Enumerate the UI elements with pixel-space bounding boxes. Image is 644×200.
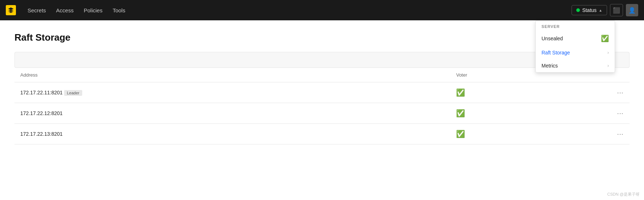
user-avatar[interactable]: 👤 xyxy=(626,4,638,16)
dropdown-raft-storage[interactable]: Raft Storage › xyxy=(536,46,615,59)
status-button[interactable]: Status ▲ xyxy=(572,5,607,15)
dropdown-section-label: SERVER xyxy=(536,21,615,31)
raft-storage-chevron-icon: › xyxy=(607,50,609,55)
unsealed-check-icon: ✅ xyxy=(601,34,609,42)
status-dropdown: SERVER Unsealed ✅ Raft Storage › Metrics… xyxy=(535,20,615,73)
raft-table: Address Voter 172.17.22.11:8201 Leader ✅… xyxy=(14,68,630,144)
table-row: 172.17.22.13:8201 ✅ ··· xyxy=(14,124,630,144)
footer-watermark: CSDN @是果子呀 xyxy=(607,192,640,197)
row-actions-button[interactable]: ··· xyxy=(523,82,630,103)
voter-cell: ✅ xyxy=(450,103,523,124)
address-cell: 172.17.22.12:8201 xyxy=(14,103,450,124)
row-actions-button[interactable]: ··· xyxy=(523,124,630,144)
nav-secrets[interactable]: Secrets xyxy=(23,5,50,16)
row-actions-button[interactable]: ··· xyxy=(523,103,630,124)
status-label: Status xyxy=(582,7,597,13)
navbar: Secrets Access Policies Tools Status ▲ ⬛… xyxy=(0,0,644,20)
col-address: Address xyxy=(14,68,450,82)
metrics-label: Metrics xyxy=(541,63,558,69)
user-icon: 👤 xyxy=(628,7,636,14)
raft-storage-label: Raft Storage xyxy=(541,50,570,56)
dropdown-metrics[interactable]: Metrics › xyxy=(536,59,615,72)
voter-cell: ✅ xyxy=(450,82,523,103)
unsealed-label: Unsealed xyxy=(541,36,563,41)
terminal-icon: ⬛ xyxy=(613,7,620,14)
voter-check-icon: ✅ xyxy=(456,109,465,117)
leader-badge: Leader xyxy=(64,90,82,96)
voter-check-icon: ✅ xyxy=(456,130,465,138)
vault-logo xyxy=(6,5,16,15)
address-cell: 172.17.22.13:8201 xyxy=(14,124,450,144)
table-row: 172.17.22.12:8201 ✅ ··· xyxy=(14,103,630,124)
nav-access[interactable]: Access xyxy=(52,5,78,16)
col-voter: Voter xyxy=(450,68,523,82)
voter-cell: ✅ xyxy=(450,124,523,144)
navbar-nav: Secrets Access Policies Tools xyxy=(23,5,572,16)
nav-tools[interactable]: Tools xyxy=(108,5,130,16)
address-value: 172.17.22.13:8201 xyxy=(20,131,63,137)
voter-check-icon: ✅ xyxy=(456,89,465,97)
status-indicator xyxy=(576,8,580,12)
address-cell: 172.17.22.11:8201 Leader xyxy=(14,82,450,103)
address-value: 172.17.22.11:8201 xyxy=(20,90,63,95)
table-row: 172.17.22.11:8201 Leader ✅ ··· xyxy=(14,82,630,103)
address-value: 172.17.22.12:8201 xyxy=(20,110,63,116)
terminal-button[interactable]: ⬛ xyxy=(610,4,623,16)
nav-policies[interactable]: Policies xyxy=(79,5,107,16)
dropdown-unsealed[interactable]: Unsealed ✅ xyxy=(536,31,615,46)
navbar-right: Status ▲ ⬛ 👤 xyxy=(572,4,638,16)
status-chevron-icon: ▲ xyxy=(599,8,602,12)
metrics-chevron-icon: › xyxy=(607,63,609,68)
